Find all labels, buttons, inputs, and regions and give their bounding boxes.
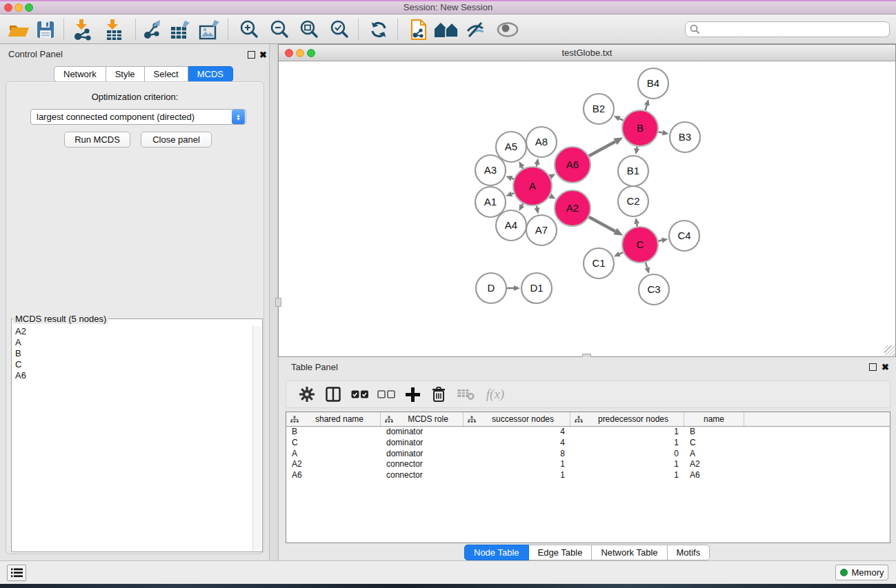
tab-network-table[interactable]: Network Table [592, 545, 667, 560]
edge-C-C1[interactable] [619, 252, 623, 254]
tab-network[interactable]: Network [54, 66, 106, 82]
export-network-button[interactable] [140, 18, 166, 41]
edge-A2-C[interactable] [589, 217, 615, 232]
columns-icon [326, 387, 341, 402]
edge-A-A5[interactable] [522, 167, 523, 169]
column-header-successor-nodes[interactable]: successor nodes [464, 412, 570, 426]
search-field[interactable] [685, 21, 890, 37]
edge-A-A1[interactable] [512, 193, 514, 194]
tab-select[interactable]: Select [145, 66, 188, 82]
table-row[interactable]: Adominator80A [286, 449, 890, 460]
zoom-fit-button[interactable] [296, 18, 322, 41]
task-history-button[interactable] [7, 565, 26, 581]
node-B1[interactable]: B1 [618, 156, 648, 186]
close-panel-icon[interactable]: ✖ [259, 50, 267, 59]
node-C3[interactable]: C3 [639, 274, 669, 305]
edge-C-C4[interactable] [658, 241, 661, 241]
add-column-button[interactable] [401, 381, 424, 407]
node-A7[interactable]: A7 [526, 215, 557, 245]
float-table-panel-icon[interactable] [869, 363, 877, 371]
zoom-in-button[interactable] [236, 18, 262, 41]
edge-A-A7[interactable] [537, 205, 537, 207]
table-row[interactable]: Bdominator41B [286, 427, 890, 438]
node-C2[interactable]: C2 [618, 186, 648, 216]
mcds-list-scrollbar[interactable] [252, 326, 261, 551]
close-table-panel-icon[interactable]: ✖ [882, 363, 889, 372]
search-input[interactable] [700, 25, 889, 34]
zoom-out-button[interactable] [266, 18, 292, 41]
edge-C-C3[interactable] [646, 263, 647, 268]
memory-button[interactable]: Memory [835, 565, 888, 580]
mcds-result-item[interactable]: B [12, 348, 252, 359]
deselect-all-button[interactable] [375, 381, 398, 407]
node-A8[interactable]: A8 [526, 127, 557, 157]
clone-network-button[interactable] [406, 18, 432, 41]
zoom-selected-button[interactable] [326, 18, 352, 41]
left-edge-handle[interactable] [275, 298, 281, 307]
delete-column-button[interactable] [427, 381, 450, 407]
float-panel-icon[interactable] [248, 51, 255, 59]
node-D1[interactable]: D1 [521, 273, 552, 303]
node-A[interactable]: A [513, 167, 552, 205]
table-settings-button[interactable] [295, 381, 319, 407]
node-A2[interactable]: A2 [555, 190, 590, 226]
network-window-titlebar[interactable]: testGlobe.txt [279, 45, 895, 61]
edge-C-C2[interactable] [637, 224, 637, 227]
node-A6[interactable]: A6 [555, 147, 590, 183]
mcds-result-item[interactable]: A [12, 337, 252, 348]
table-row[interactable]: A6connector11A6 [286, 470, 890, 481]
tab-style[interactable]: Style [106, 66, 145, 82]
node-C[interactable]: C [622, 227, 658, 263]
delete-table-button[interactable] [454, 381, 477, 407]
table-row[interactable]: A2connector11A2 [286, 459, 890, 470]
edge-A-A4[interactable] [522, 203, 523, 205]
apply-function-button[interactable]: f(x) [480, 381, 510, 407]
houses-button[interactable] [434, 18, 460, 41]
edge-B-B3[interactable] [658, 132, 662, 132]
edge-A-A3[interactable] [512, 179, 514, 179]
mcds-result-item[interactable]: C [12, 359, 252, 370]
export-image-button[interactable] [197, 18, 223, 41]
mcds-result-item[interactable]: A2 [12, 326, 252, 337]
mcds-result-item[interactable]: A6 [12, 370, 252, 381]
tab-mcds[interactable]: MCDS [188, 66, 233, 82]
edge-B-B2[interactable] [619, 119, 624, 121]
node-B2[interactable]: B2 [584, 94, 614, 124]
node-A3[interactable]: A3 [475, 155, 506, 185]
column-header-shared-name[interactable]: shared name [286, 412, 381, 426]
node-C1[interactable]: C1 [584, 248, 614, 278]
node-B4[interactable]: B4 [638, 68, 668, 99]
edge-A-A8[interactable] [537, 164, 537, 166]
node-B3[interactable]: B3 [670, 122, 700, 152]
resize-grip[interactable] [884, 345, 895, 356]
network-graph[interactable]: AA1A3A4A5A7A8A6A2BB1B2B3B4CC1C2C3C4DD1 [279, 61, 895, 356]
node-A5[interactable]: A5 [496, 132, 526, 162]
import-network-button[interactable] [70, 18, 96, 41]
node-A1[interactable]: A1 [475, 187, 506, 217]
node-D[interactable]: D [476, 273, 506, 303]
tab-node-table[interactable]: Node Table [464, 545, 529, 560]
edge-B-B4[interactable] [646, 105, 647, 110]
tab-motifs[interactable]: Motifs [668, 545, 710, 560]
show-columns-button[interactable] [321, 381, 345, 407]
column-header-predecessor-nodes[interactable]: predecessor nodes [570, 412, 684, 426]
export-table-button[interactable] [168, 18, 194, 41]
node-C4[interactable]: C4 [669, 221, 699, 251]
save-session-button[interactable] [32, 18, 59, 41]
criterion-dropdown[interactable]: largest connected component (directed) ▲… [30, 109, 246, 125]
column-header-name[interactable]: name [684, 412, 744, 426]
select-all-button[interactable] [348, 381, 372, 407]
hide-details-button[interactable] [463, 18, 489, 41]
import-table-button[interactable] [101, 18, 127, 41]
refresh-button[interactable] [366, 18, 392, 41]
node-A4[interactable]: A4 [496, 210, 526, 241]
tab-edge-table[interactable]: Edge Table [529, 545, 593, 560]
show-details-button[interactable] [495, 18, 521, 41]
node-B[interactable]: B [622, 110, 658, 146]
close-panel-button[interactable]: Close panel [141, 132, 212, 148]
open-session-button[interactable] [6, 18, 32, 41]
column-header-MCDS-role[interactable]: MCDS role [381, 412, 464, 426]
run-mcds-button[interactable]: Run MCDS [64, 132, 130, 148]
edge-A6-B[interactable] [589, 142, 615, 156]
table-row[interactable]: Cdominator41C [286, 438, 890, 449]
